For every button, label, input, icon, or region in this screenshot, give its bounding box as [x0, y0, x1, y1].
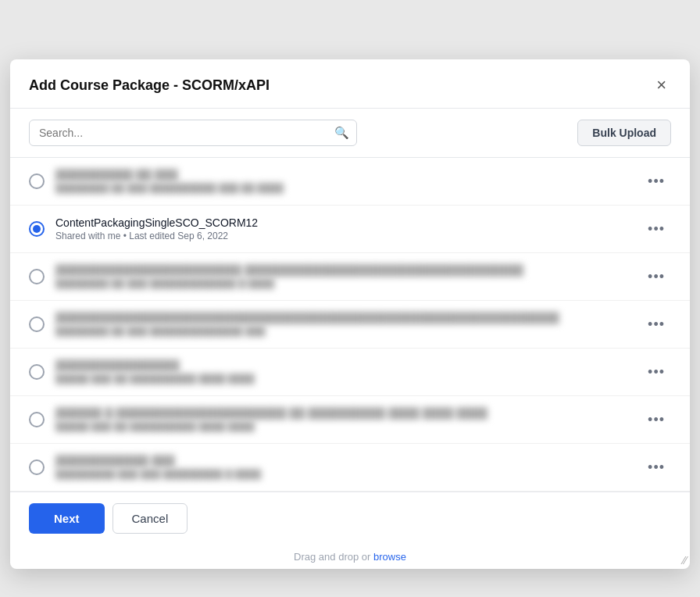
close-button[interactable]: × [652, 75, 671, 95]
radio-button[interactable] [29, 269, 45, 284]
item-subtitle: █████ ███ ██ ██████████ ████ ████ [55, 421, 630, 432]
next-button[interactable]: Next [29, 503, 105, 534]
item-subtitle: █████ ███ ██ ██████████ ████ ████ [55, 374, 630, 384]
item-content: ████████████ ████████████ ███ ███ ██████… [55, 455, 630, 480]
item-title: ████████████████████████ ███████████████… [55, 264, 630, 277]
more-options-button[interactable]: ••• [641, 313, 671, 336]
more-options-button[interactable]: ••• [641, 218, 671, 241]
drag-drop-text: Drag and drop or [294, 551, 370, 563]
resize-handle: ∕∕ [683, 555, 687, 566]
bulk-upload-button[interactable]: Bulk Upload [577, 120, 671, 146]
cancel-button[interactable]: Cancel [112, 503, 188, 534]
item-content: ████████████████████████ ███████████████… [55, 264, 630, 289]
list-item: ████████████ ████████████ ███ ███ ██████… [10, 444, 690, 492]
modal-overlay: Add Course Package - SCORM/xAPI × 🔍 Bulk… [10, 16, 690, 597]
list-item: ContentPackagingSingleSCO_SCORM12Shared … [10, 206, 690, 253]
more-options-button[interactable]: ••• [641, 409, 671, 431]
radio-button[interactable] [29, 412, 45, 427]
item-title: ████████████████ [55, 359, 630, 372]
item-title: ContentPackagingSingleSCO_SCORM12 [55, 216, 630, 229]
item-content: ██████████ ██ ███████████ ██ ███ ███████… [55, 169, 630, 194]
item-title: ██████ █ ██████████████████████ ██ █████… [55, 407, 630, 420]
item-subtitle: ████████ ██ ███ ██████████ ███ ██ ████ [55, 183, 630, 194]
modal-footer: Next Cancel [10, 492, 690, 545]
item-subtitle: █████████ ███ ███ █████████ █ ████ [55, 469, 630, 480]
radio-button[interactable] [29, 364, 45, 380]
list-item: ████████████████████████ ███████████████… [10, 253, 690, 301]
more-options-button[interactable]: ••• [641, 170, 671, 193]
add-course-package-modal: Add Course Package - SCORM/xAPI × 🔍 Bulk… [10, 59, 690, 569]
item-content: ContentPackagingSingleSCO_SCORM12Shared … [55, 216, 630, 241]
item-title: ██████████ ██ ███ [55, 169, 630, 181]
item-title: ████████████████████████████████████████… [55, 312, 630, 324]
search-input[interactable] [29, 120, 357, 146]
items-list: ██████████ ██ ███████████ ██ ███ ███████… [10, 157, 690, 492]
radio-button[interactable] [29, 459, 45, 475]
search-wrapper: 🔍 [29, 120, 357, 146]
drag-drop-area: Drag and drop or browse [10, 545, 690, 569]
item-subtitle: ████████ ██ ███ ██████████████ ███ [55, 326, 630, 337]
modal-header: Add Course Package - SCORM/xAPI × [10, 59, 690, 109]
modal-title: Add Course Package - SCORM/xAPI [29, 77, 270, 94]
item-subtitle: ████████ ██ ███ █████████████ █ ████ [55, 278, 630, 289]
more-options-button[interactable]: ••• [641, 266, 671, 288]
browse-link[interactable]: browse [373, 551, 406, 563]
footer-actions: Next Cancel [29, 503, 188, 534]
list-item: █████████████████████ ███ ██ ██████████ … [10, 349, 690, 396]
modal-toolbar: 🔍 Bulk Upload [10, 109, 690, 157]
item-content: ██████ █ ██████████████████████ ██ █████… [55, 407, 630, 432]
list-item: ██████████ ██ ███████████ ██ ███ ███████… [10, 158, 690, 206]
radio-button[interactable] [29, 221, 45, 237]
item-subtitle: Shared with me • Last edited Sep 6, 2022 [55, 231, 630, 241]
list-item: ██████ █ ██████████████████████ ██ █████… [10, 396, 690, 444]
more-options-button[interactable]: ••• [641, 361, 671, 384]
item-content: ████████████████████████████████████████… [55, 312, 630, 337]
item-content: █████████████████████ ███ ██ ██████████ … [55, 359, 630, 384]
item-title: ████████████ ███ [55, 455, 630, 467]
radio-button[interactable] [29, 316, 45, 332]
list-item: ████████████████████████████████████████… [10, 301, 690, 349]
radio-button[interactable] [29, 173, 45, 189]
more-options-button[interactable]: ••• [641, 456, 671, 479]
